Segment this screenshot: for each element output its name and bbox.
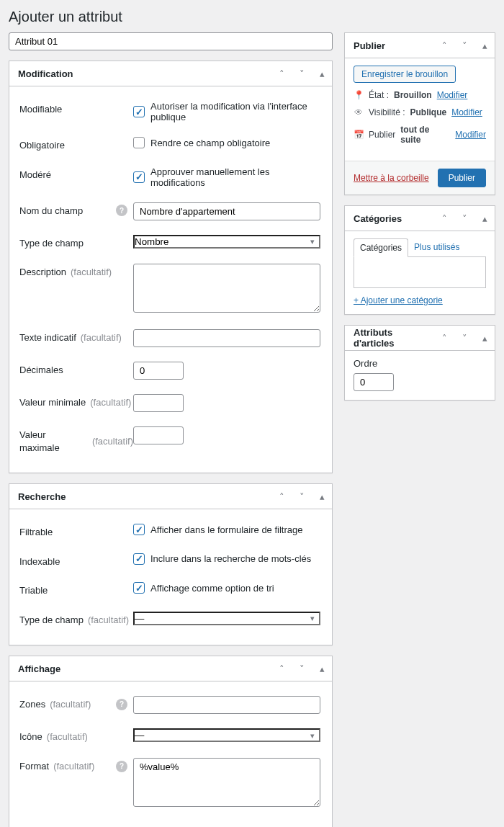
label-texte-indicatif: Texte indicatif	[19, 331, 76, 344]
visibilite-modify-link[interactable]: Modifier	[451, 107, 482, 117]
select-type-champ-recherche[interactable]	[133, 612, 320, 625]
checkbox-text: Approuver manuellement les modifications	[150, 166, 322, 188]
tab-categories[interactable]: Catégories	[354, 238, 408, 257]
label-valeur-max: Valeur maximale	[19, 429, 88, 454]
ordre-label: Ordre	[354, 358, 486, 369]
input-texte-indicatif[interactable]	[133, 329, 320, 347]
checkbox-indexable[interactable]	[133, 553, 145, 565]
chevron-down-icon[interactable]: ˅	[454, 206, 474, 231]
etat-value: Brouillon	[394, 90, 432, 100]
input-valeur-max[interactable]	[133, 426, 184, 444]
chevron-up-icon[interactable]: ▴	[312, 656, 332, 681]
label-opt: (facultatif)	[47, 730, 88, 743]
help-icon[interactable]: ?	[116, 699, 127, 710]
visibilite-value: Publique	[410, 107, 446, 117]
checkbox-modere[interactable]	[133, 171, 145, 183]
tab-plus-utilises[interactable]: Plus utilisés	[408, 238, 465, 257]
chevron-up-icon[interactable]: ▴	[312, 484, 332, 509]
label-triable: Triable	[19, 584, 48, 597]
quand-value: tout de suite	[400, 125, 450, 145]
label-opt: (facultatif)	[53, 760, 94, 773]
input-decimales[interactable]	[133, 362, 184, 380]
input-zones[interactable]	[133, 696, 320, 714]
checkbox-filtrable[interactable]	[133, 524, 145, 535]
quand-modify-link[interactable]: Modifier	[455, 130, 486, 140]
panel-title: Recherche	[18, 491, 271, 502]
label-opt: (facultatif)	[88, 614, 129, 627]
chevron-up-icon[interactable]: ˄	[434, 206, 454, 231]
chevron-down-icon[interactable]: ˅	[292, 61, 312, 86]
label-valeur-min: Valeur minimale	[19, 396, 86, 409]
chevron-up-icon[interactable]: ˄	[271, 61, 292, 86]
checkbox-text: Inclure dans la recherche de mots-clés	[150, 553, 311, 564]
checkbox-obligatoire[interactable]	[133, 137, 145, 148]
label-filtrable: Filtrable	[19, 526, 53, 539]
chevron-down-icon[interactable]: ˅	[454, 326, 474, 350]
input-nom-champ[interactable]	[133, 202, 320, 220]
chevron-down-icon[interactable]: ˅	[454, 33, 474, 58]
label-format: Format	[19, 760, 49, 773]
label-description: Description	[19, 266, 66, 279]
label-modifiable: Modifiable	[19, 103, 62, 116]
panel-recherche: Recherche ˄ ˅ ▴ Filtrable Afficher dans …	[9, 483, 333, 645]
chevron-up-icon[interactable]: ▴	[312, 61, 332, 86]
chevron-up-icon[interactable]: ˄	[434, 326, 454, 350]
chevron-up-icon[interactable]: ˄	[271, 656, 292, 681]
chevron-down-icon[interactable]: ˅	[292, 484, 312, 509]
label-opt: (facultatif)	[92, 435, 133, 448]
label-type-champ: Type de champ	[19, 614, 84, 627]
chevron-up-icon[interactable]: ˄	[271, 484, 292, 509]
trash-link[interactable]: Mettre à la corbeille	[354, 173, 429, 183]
panel-modification: Modification ˄ ˅ ▴ Modifiable Autoriser …	[9, 61, 333, 473]
checkbox-text: Autoriser la modification via l'interfac…	[150, 101, 322, 122]
label-opt: (facultatif)	[90, 396, 131, 409]
label-opt: (facultatif)	[50, 698, 91, 711]
label-icone: Icône	[19, 730, 42, 743]
chevron-up-icon[interactable]: ˄	[434, 33, 454, 58]
checkbox-text: Affichage comme option de tri	[150, 583, 274, 594]
panel-categories: Catégories ˄ ˅ ▴ Catégories Plus utilisé…	[344, 205, 495, 315]
label-nom-champ: Nom du champ	[19, 205, 83, 218]
chevron-up-icon[interactable]: ▴	[474, 206, 495, 231]
input-ordre[interactable]	[354, 373, 394, 391]
pin-icon: 📍	[354, 90, 364, 100]
checkbox-text: Rendre ce champ obligatoire	[150, 138, 270, 148]
etat-modify-link[interactable]: Modifier	[437, 90, 468, 100]
etat-label: État :	[369, 90, 389, 100]
panel-publier: Publier ˄ ˅ ▴ Enregistrer le brouillon 📍…	[344, 32, 495, 195]
publish-button[interactable]: Publier	[438, 169, 486, 187]
select-icone[interactable]	[133, 728, 320, 742]
panel-title: Attributs d'articles	[354, 327, 434, 349]
label-obligatoire: Obligatoire	[19, 139, 65, 152]
page-title: Ajouter un attribut	[9, 9, 495, 25]
save-draft-button[interactable]: Enregistrer le brouillon	[354, 66, 456, 83]
help-icon[interactable]: ?	[116, 205, 127, 216]
help-icon[interactable]: ?	[116, 761, 127, 772]
label-modere: Modéré	[19, 169, 51, 182]
label-opt: (facultatif)	[81, 331, 122, 344]
eye-icon: 👁	[354, 107, 364, 117]
label-opt: (facultatif)	[71, 266, 112, 279]
visibilite-label: Visibilité :	[369, 107, 405, 117]
checkbox-modifiable[interactable]	[133, 106, 145, 117]
add-category-link[interactable]: + Ajouter une catégorie	[354, 295, 443, 305]
textarea-format[interactable]: %value%	[133, 758, 320, 807]
panel-title: Modification	[18, 68, 271, 79]
label-zones: Zones	[19, 698, 45, 711]
chevron-up-icon[interactable]: ▴	[474, 326, 495, 350]
title-input[interactable]	[9, 32, 333, 50]
textarea-description[interactable]	[133, 264, 320, 313]
label-indexable: Indexable	[19, 555, 60, 568]
checkbox-triable[interactable]	[133, 582, 145, 594]
select-type-champ[interactable]	[133, 235, 320, 249]
calendar-icon: 📅	[354, 130, 364, 140]
categories-list[interactable]	[354, 256, 486, 288]
checkbox-text: Afficher dans le formulaire de filtrage	[150, 524, 302, 535]
label-type-champ: Type de champ	[19, 237, 84, 250]
panel-title: Catégories	[354, 213, 434, 224]
quand-label: Publier	[369, 130, 395, 140]
chevron-down-icon[interactable]: ˅	[292, 656, 312, 681]
input-valeur-min[interactable]	[133, 394, 184, 412]
panel-attributs-articles: Attributs d'articles ˄ ˅ ▴ Ordre	[344, 325, 495, 401]
chevron-up-icon[interactable]: ▴	[474, 33, 495, 58]
